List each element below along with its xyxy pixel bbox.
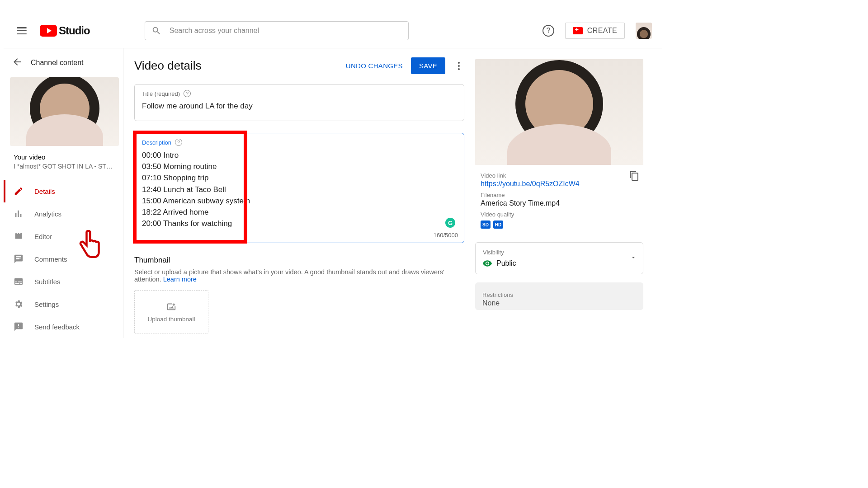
sidebar-item-label: Send feedback (34, 323, 80, 331)
sidebar: Channel content Your video I *almost* GO… (4, 48, 123, 338)
sidebar-item-label: Details (34, 188, 55, 195)
analytics-icon (14, 209, 24, 219)
video-preview-player[interactable] (475, 59, 643, 165)
visibility-value: Public (496, 259, 516, 267)
breadcrumb: Channel content (31, 59, 84, 67)
hd-badge: HD (493, 221, 503, 229)
sidebar-item-label: Editor (34, 233, 52, 240)
image-add-icon (165, 301, 177, 311)
create-label: CREATE (587, 27, 617, 35)
sidebar-item-settings[interactable]: Settings (4, 293, 123, 315)
filename-label: Filename (481, 192, 643, 198)
sidebar-video-thumbnail[interactable] (10, 77, 119, 146)
sd-badge: SD (481, 221, 491, 229)
title-input-value: Follow me around LA for the day (142, 102, 457, 111)
restrictions-card[interactable]: Restrictions None (475, 282, 643, 310)
title-label: Title (required) (142, 90, 180, 97)
copy-icon (629, 170, 640, 181)
sidebar-item-details[interactable]: Details (4, 180, 123, 202)
sidebar-item-label: Analytics (34, 210, 61, 218)
copy-link-button[interactable] (629, 170, 640, 181)
main-content: Video details UNDO CHANGES SAVE Title (r… (123, 48, 662, 338)
subtitles-icon (14, 277, 24, 286)
save-button[interactable]: SAVE (411, 57, 445, 74)
search-icon (151, 26, 161, 36)
arrow-left-icon (12, 56, 23, 67)
char-counter: 160/5000 (434, 232, 458, 239)
description-field[interactable]: Description ? 00:00 Intro 03:50 Morning … (134, 133, 464, 243)
help-button[interactable]: ? (542, 25, 554, 37)
chevron-down-icon (630, 254, 637, 263)
learn-more-link[interactable]: Learn more (163, 276, 197, 283)
thumbnail-help: Select or upload a picture that shows wh… (134, 268, 464, 283)
help-icon[interactable]: ? (175, 139, 182, 146)
video-link[interactable]: https://youtu.be/0qR5zOZIcW4 (481, 180, 623, 188)
hamburger-icon (17, 27, 27, 34)
studio-logo[interactable]: Studio (40, 24, 90, 37)
gear-icon (14, 299, 24, 309)
account-avatar[interactable] (636, 23, 652, 39)
logo-text: Studio (59, 24, 90, 37)
description-textarea[interactable]: 00:00 Intro 03:50 Morning routine 07:10 … (142, 150, 457, 229)
title-field[interactable]: Title (required) ? Follow me around LA f… (134, 84, 464, 121)
upload-thumbnail-label: Upload thumbnail (147, 316, 195, 323)
thumbnail-heading: Thumbnail (134, 256, 464, 265)
upload-thumbnail-button[interactable]: Upload thumbnail (134, 290, 208, 333)
sidebar-item-label: Subtitles (34, 278, 61, 286)
sidebar-item-label: Comments (34, 255, 67, 263)
feedback-icon (14, 322, 24, 332)
video-quality-label: Video quality (481, 211, 643, 218)
clapper-icon (14, 231, 24, 241)
pencil-icon (14, 186, 24, 196)
create-icon (573, 27, 583, 34)
sidebar-item-comments[interactable]: Comments (4, 248, 123, 270)
help-icon[interactable]: ? (184, 90, 191, 97)
search-placeholder: Search across your channel (170, 27, 259, 35)
back-button[interactable] (12, 56, 23, 69)
more-options-button[interactable] (453, 61, 464, 71)
restrictions-label: Restrictions (482, 291, 636, 298)
search-input[interactable]: Search across your channel (145, 21, 409, 40)
top-bar: Studio Search across your channel ? CREA… (4, 14, 662, 48)
comments-icon (14, 254, 24, 264)
sidebar-item-editor[interactable]: Editor (4, 225, 123, 248)
menu-button[interactable] (11, 20, 33, 42)
sidebar-item-label: Settings (34, 300, 59, 308)
sidebar-video-title: I *almost* GOT SHOT IN LA - STORY ... (4, 163, 123, 177)
create-button[interactable]: CREATE (565, 23, 625, 39)
visibility-public-icon (483, 260, 492, 267)
your-video-label: Your video (4, 150, 123, 163)
description-label: Description (142, 139, 171, 146)
sidebar-item-subtitles[interactable]: Subtitles (4, 270, 123, 293)
video-info-panel: Video link https://youtu.be/0qR5zOZIcW4 … (475, 57, 643, 338)
restrictions-value: None (482, 299, 636, 307)
page-title: Video details (134, 59, 201, 73)
undo-changes-button[interactable]: UNDO CHANGES (346, 62, 403, 70)
visibility-label: Visibility (483, 249, 636, 256)
visibility-dropdown[interactable]: Visibility Public (475, 242, 643, 274)
sidebar-item-analytics[interactable]: Analytics (4, 202, 123, 225)
sidebar-item-feedback[interactable]: Send feedback (4, 315, 123, 338)
video-link-label: Video link (481, 172, 623, 179)
youtube-play-icon (40, 25, 57, 37)
filename-value: America Story Time.mp4 (481, 199, 643, 207)
